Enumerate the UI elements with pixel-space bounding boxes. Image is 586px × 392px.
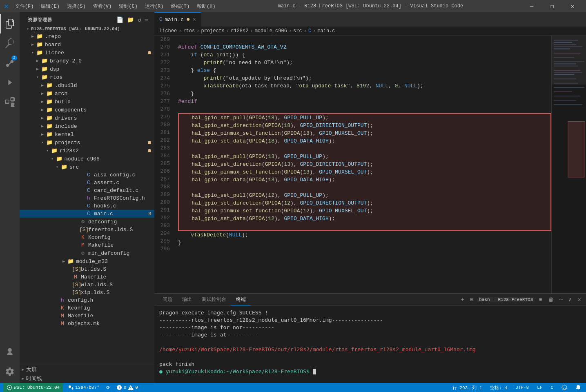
- tree-components[interactable]: ▶ 📁 components: [20, 106, 154, 114]
- maximize-button[interactable]: ❐: [543, 0, 561, 12]
- tree-rtos[interactable]: ▾ 📁 rtos: [20, 73, 154, 81]
- run-activity-icon[interactable]: [0, 73, 20, 92]
- tree-alsa-config[interactable]: ▶ C alsa_config.c: [20, 171, 154, 179]
- menu-goto[interactable]: 转到(G): [116, 2, 141, 11]
- collapse-icon[interactable]: ⋯: [144, 16, 149, 24]
- tree-board[interactable]: ▶ 📁 board: [20, 40, 154, 49]
- tree-root[interactable]: ▾ R128-FREERTOS [WSL: UBUNTU-22.04]: [20, 26, 154, 32]
- breadcrumb-lichee[interactable]: lichee: [159, 28, 177, 34]
- error-status[interactable]: 0 0: [115, 383, 140, 392]
- remote-indicator[interactable]: WSL: Ubuntu-22.04: [3, 383, 63, 392]
- account-icon[interactable]: [0, 342, 20, 362]
- tree-card-default[interactable]: ▶ C card_default.c: [20, 187, 154, 194]
- tree-module-m33[interactable]: ▶ 📁 module_m33: [20, 257, 154, 265]
- close-button[interactable]: ✕: [563, 0, 582, 12]
- line-ending-status[interactable]: LF: [535, 383, 544, 392]
- tree-dbuild[interactable]: ▶ 📁 .dbuild: [20, 81, 154, 89]
- tree-xip-lds[interactable]: ▶ [S] xip.lds.S: [20, 289, 154, 296]
- explorer-activity-icon[interactable]: [0, 14, 20, 33]
- panel-tab-icons[interactable]: + ⊟ bash - R128-FreeRTOS ⊞ 🗑 ⋯ ∧ ✕: [459, 295, 583, 304]
- menu-file[interactable]: 文件(F): [12, 2, 37, 11]
- tree-defconfig[interactable]: ▶ ⚙ defconfig: [20, 218, 154, 226]
- tree-bottom-dashboards[interactable]: ▶ 大屏: [20, 365, 154, 374]
- feedback-icon[interactable]: [560, 383, 569, 392]
- tree-min-defconfig[interactable]: ▶ ⚙ min_defconfig: [20, 249, 154, 257]
- tab-close-button[interactable]: ×: [193, 16, 196, 23]
- sidebar-header-icons[interactable]: 📄 📁 ↺ ⋯: [116, 16, 149, 24]
- tree-arch[interactable]: ▶ 📁 arch: [20, 89, 154, 98]
- chevron-up-icon[interactable]: ∧: [567, 295, 573, 304]
- panel-tab-problems[interactable]: 问题: [158, 294, 177, 306]
- split-terminal-icon[interactable]: ⊟: [468, 295, 475, 304]
- terminal-split-icon[interactable]: ⊞: [537, 295, 544, 304]
- minimize-button[interactable]: —: [522, 0, 541, 12]
- menu-view[interactable]: 查看(V): [90, 2, 115, 11]
- tree-dsp[interactable]: ▶ 📁 dsp: [20, 65, 154, 73]
- ellipsis-icon[interactable]: ⋯: [558, 295, 564, 304]
- new-folder-icon[interactable]: 📁: [126, 16, 135, 24]
- git-branch-status[interactable]: 13a47b87*: [66, 383, 101, 392]
- indentation[interactable]: 空格: 4: [488, 383, 509, 392]
- source-control-activity-icon[interactable]: 2: [0, 53, 20, 73]
- tree-brandy[interactable]: ▶ 📁 brandy-2.0: [20, 57, 154, 65]
- tree-wlan-lds[interactable]: ▶ [S] wlan.lds.S: [20, 281, 154, 289]
- bell-icon-status[interactable]: [574, 383, 583, 392]
- breadcrumb-r128s2[interactable]: r128s2: [231, 28, 248, 34]
- tree-objects-mk[interactable]: ▶ M objects.mk: [20, 320, 154, 327]
- tree-repo[interactable]: ▶ 📁 .repo: [20, 32, 154, 40]
- breadcrumb-projects[interactable]: projects: [201, 28, 225, 34]
- tree-r128s2[interactable]: ▾ 📁 r128s2: [20, 147, 154, 155]
- tree-freertosconfig[interactable]: ▶ h FreeRTOSConfig.h: [20, 194, 154, 202]
- tree-projects[interactable]: ▾ 📁 projects: [20, 138, 154, 147]
- tree-makefile2[interactable]: ▶ M Makefile: [20, 273, 154, 281]
- titlebar-menu[interactable]: 文件(F) 编辑(E) 选择(S) 查看(V) 转到(G) 运行(R) 终端(T…: [12, 2, 219, 11]
- breadcrumb-module-c906[interactable]: module_c906: [255, 28, 287, 34]
- tree-kconfig[interactable]: ▶ K Kconfig: [20, 234, 154, 241]
- breadcrumb-file[interactable]: main.c: [317, 28, 335, 34]
- tree-assert[interactable]: ▶ C assert.c: [20, 179, 154, 187]
- menu-select[interactable]: 选择(S): [64, 2, 89, 11]
- tree-src[interactable]: ▾ 📁 src: [20, 163, 154, 171]
- search-activity-icon[interactable]: [0, 33, 20, 53]
- menu-terminal[interactable]: 终端(T): [168, 2, 193, 11]
- terminal-content[interactable]: Dragon execute image.cfg SUCCESS !------…: [154, 306, 586, 383]
- tree-include[interactable]: ▶ 📁 include: [20, 122, 154, 130]
- menu-run[interactable]: 运行(R): [142, 2, 167, 11]
- close-panel-icon[interactable]: ✕: [576, 295, 583, 304]
- new-file-icon[interactable]: 📄: [116, 16, 125, 24]
- titlebar-controls[interactable]: — ❐ ✕: [522, 0, 582, 12]
- tree-hooks[interactable]: ▶ C hooks.c: [20, 202, 154, 210]
- tree-build[interactable]: ▶ 📁 build: [20, 98, 154, 106]
- tab-main-c[interactable]: C main.c ● ×: [154, 12, 201, 27]
- add-terminal-icon[interactable]: +: [459, 296, 466, 304]
- tree-drivers[interactable]: ▶ 📁 drivers: [20, 114, 154, 122]
- tree-bt-lds[interactable]: ▶ [S] bt.lds.S: [20, 265, 154, 273]
- tree-module-c906[interactable]: ▾ 📁 module_c906: [20, 155, 154, 163]
- settings-icon[interactable]: [0, 362, 20, 381]
- breadcrumb-c-lang[interactable]: C: [308, 28, 311, 34]
- encoding-status[interactable]: UTF-8: [514, 383, 530, 392]
- code-content[interactable]: #ifdef CONFIG_COMPONENTS_AW_OTA_V2 if (o…: [175, 36, 551, 293]
- panel-tab-debug[interactable]: 调试控制台: [197, 294, 231, 306]
- tree-freertos-lds[interactable]: ▶ [S] freertos.lds.S: [20, 226, 154, 234]
- tree-kernel[interactable]: ▶ 📁 kernel: [20, 130, 154, 138]
- breadcrumb-rtos[interactable]: rtos: [183, 28, 195, 34]
- panel-tab-terminal[interactable]: 终端: [231, 294, 251, 306]
- tree-makefile3[interactable]: ▶ M Makefile: [20, 312, 154, 320]
- tree-bottom-timeline[interactable]: ▶ 时间线: [20, 374, 154, 383]
- tree-kconfig2[interactable]: ▶ K Kconfig: [20, 304, 154, 312]
- cursor-position[interactable]: 行 293，列 1: [451, 383, 484, 392]
- refresh-icon[interactable]: ↺: [137, 16, 142, 24]
- language-status[interactable]: C: [549, 383, 555, 392]
- menu-edit[interactable]: 编辑(E): [38, 2, 63, 11]
- tree-config-h[interactable]: ▶ h config.h: [20, 296, 154, 304]
- extensions-activity-icon[interactable]: [0, 92, 20, 112]
- tree-main[interactable]: ▶ C main.c M: [20, 210, 154, 218]
- trash-icon[interactable]: 🗑: [546, 296, 555, 304]
- menu-help[interactable]: 帮助(H): [194, 2, 219, 11]
- tree-makefile[interactable]: ▶ M Makefile: [20, 241, 154, 249]
- tree-lichee[interactable]: ▾ 📁 lichee: [20, 49, 154, 57]
- panel-tab-output[interactable]: 输出: [177, 294, 197, 306]
- code-editor[interactable]: 2692702712722732742752762772782792802812…: [154, 36, 551, 293]
- sync-status[interactable]: ⟳: [105, 383, 111, 392]
